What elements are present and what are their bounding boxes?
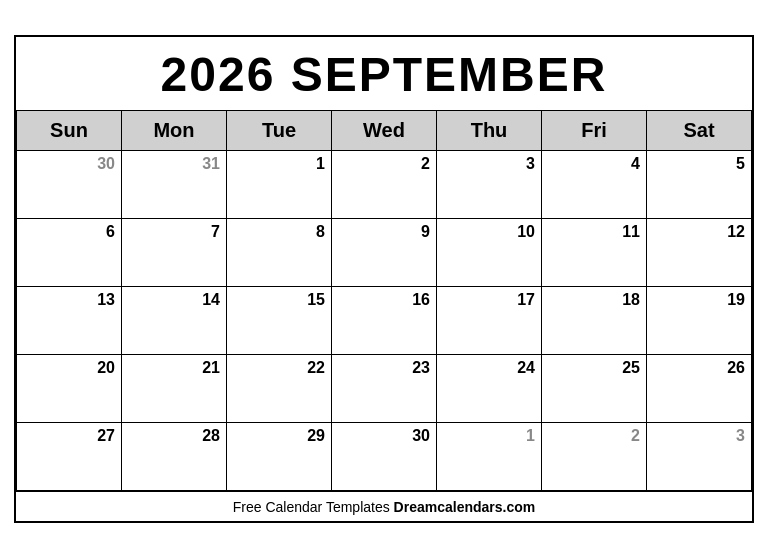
weekday-header-mon: Mon (122, 110, 227, 150)
calendar-day-cell[interactable]: 3 (437, 150, 542, 218)
calendar-day-cell[interactable]: 2 (542, 422, 647, 490)
calendar-day-cell[interactable]: 23 (332, 354, 437, 422)
calendar-day-cell[interactable]: 4 (542, 150, 647, 218)
calendar-day-cell[interactable]: 21 (122, 354, 227, 422)
calendar-week-row-4: 20212223242526 (17, 354, 752, 422)
weekday-header-thu: Thu (437, 110, 542, 150)
calendar-day-cell[interactable]: 25 (542, 354, 647, 422)
calendar-day-cell[interactable]: 28 (122, 422, 227, 490)
calendar-container: 2026 SEPTEMBER SunMonTueWedThuFriSat 303… (14, 35, 754, 523)
calendar-day-cell[interactable]: 10 (437, 218, 542, 286)
calendar-day-cell[interactable]: 13 (17, 286, 122, 354)
calendar-day-cell[interactable]: 2 (332, 150, 437, 218)
calendar-week-row-3: 13141516171819 (17, 286, 752, 354)
calendar-week-row-5: 27282930123 (17, 422, 752, 490)
calendar-day-cell[interactable]: 1 (227, 150, 332, 218)
footer-brand: Dreamcalendars.com (394, 499, 536, 515)
weekday-header-sun: Sun (17, 110, 122, 150)
calendar-day-cell[interactable]: 18 (542, 286, 647, 354)
weekday-header-sat: Sat (647, 110, 752, 150)
calendar-day-cell[interactable]: 8 (227, 218, 332, 286)
calendar-day-cell[interactable]: 14 (122, 286, 227, 354)
calendar-day-cell[interactable]: 24 (437, 354, 542, 422)
calendar-week-row-2: 6789101112 (17, 218, 752, 286)
weekday-header-fri: Fri (542, 110, 647, 150)
calendar-footer: Free Calendar Templates Dreamcalendars.c… (16, 491, 752, 521)
calendar-day-cell[interactable]: 20 (17, 354, 122, 422)
calendar-week-row-1: 303112345 (17, 150, 752, 218)
calendar-day-cell[interactable]: 7 (122, 218, 227, 286)
weekday-header-tue: Tue (227, 110, 332, 150)
calendar-day-cell[interactable]: 6 (17, 218, 122, 286)
calendar-day-cell[interactable]: 11 (542, 218, 647, 286)
calendar-day-cell[interactable]: 17 (437, 286, 542, 354)
calendar-day-cell[interactable]: 31 (122, 150, 227, 218)
calendar-day-cell[interactable]: 19 (647, 286, 752, 354)
calendar-title: 2026 SEPTEMBER (16, 37, 752, 110)
calendar-day-cell[interactable]: 1 (437, 422, 542, 490)
calendar-day-cell[interactable]: 30 (17, 150, 122, 218)
calendar-day-cell[interactable]: 26 (647, 354, 752, 422)
calendar-day-cell[interactable]: 9 (332, 218, 437, 286)
calendar-day-cell[interactable]: 22 (227, 354, 332, 422)
footer-text: Free Calendar Templates (233, 499, 394, 515)
calendar-day-cell[interactable]: 27 (17, 422, 122, 490)
weekday-header-wed: Wed (332, 110, 437, 150)
calendar-day-cell[interactable]: 15 (227, 286, 332, 354)
calendar-grid: SunMonTueWedThuFriSat 303112345678910111… (16, 110, 752, 491)
calendar-day-cell[interactable]: 3 (647, 422, 752, 490)
calendar-day-cell[interactable]: 5 (647, 150, 752, 218)
calendar-day-cell[interactable]: 30 (332, 422, 437, 490)
calendar-day-cell[interactable]: 12 (647, 218, 752, 286)
calendar-day-cell[interactable]: 29 (227, 422, 332, 490)
weekday-header-row: SunMonTueWedThuFriSat (17, 110, 752, 150)
calendar-day-cell[interactable]: 16 (332, 286, 437, 354)
